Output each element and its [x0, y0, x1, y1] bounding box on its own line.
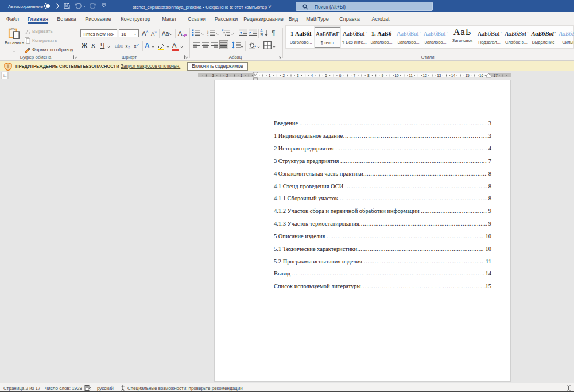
svg-text:17: 17 [494, 73, 498, 77]
svg-text:9: 9 [382, 73, 384, 77]
svg-text:13: 13 [437, 73, 441, 77]
svg-text:12: 12 [423, 73, 428, 77]
svg-text:4: 4 [311, 73, 313, 77]
svg-text:5: 5 [325, 73, 327, 77]
svg-text:15: 15 [465, 73, 470, 77]
svg-text:6: 6 [339, 73, 342, 77]
svg-text:14: 14 [451, 73, 456, 77]
svg-text:7: 7 [353, 73, 355, 77]
svg-text:8: 8 [367, 73, 370, 77]
svg-text:1: 1 [269, 73, 271, 77]
svg-text:3: 3 [207, 34, 209, 37]
svg-text:3: 3 [212, 73, 214, 77]
svg-text:3: 3 [297, 73, 299, 77]
svg-text:16: 16 [479, 73, 484, 77]
svg-text:1: 1 [241, 73, 243, 77]
svg-text:2: 2 [282, 73, 285, 77]
svg-text:2: 2 [226, 73, 228, 77]
svg-text:10: 10 [394, 73, 399, 77]
svg-text:11: 11 [409, 73, 413, 77]
